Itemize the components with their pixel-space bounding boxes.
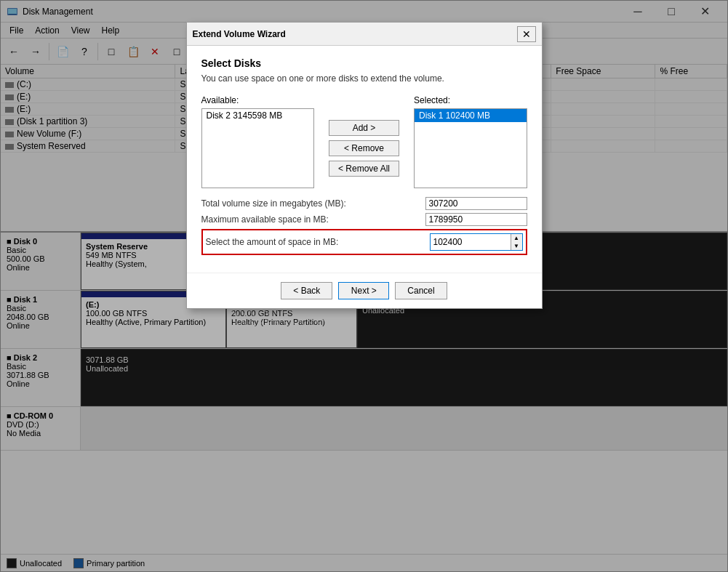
back-button[interactable]: < Back (281, 282, 332, 299)
total-label: Total volume size in megabytes (MB): (201, 198, 425, 209)
spin-up-button[interactable]: ▲ (511, 234, 522, 242)
disk-selector: Available: Disk 2 3145598 MB Add > < Rem… (201, 95, 527, 188)
available-col: Available: Disk 2 3145598 MB (201, 95, 314, 188)
dialog-title: Extend Volume Wizard (193, 29, 517, 39)
remove-all-button[interactable]: < Remove All (329, 161, 399, 177)
max-label: Maximum available space in MB: (201, 214, 425, 225)
mid-buttons: Add > < Remove < Remove All (329, 95, 399, 188)
selected-col: Selected: Disk 1 102400 MB (414, 95, 527, 188)
dialog-heading: Select Disks (201, 57, 527, 69)
available-item-disk2[interactable]: Disk 2 3145598 MB (202, 109, 313, 122)
dialog-overlay: Extend Volume Wizard ✕ Select Disks You … (0, 0, 728, 572)
add-button[interactable]: Add > (329, 120, 399, 136)
space-label: Select the amount of space in MB: (206, 237, 430, 247)
dialog-subtext: You can use space on one or more disks t… (201, 73, 527, 84)
total-row: Total volume size in megabytes (MB): 307… (201, 197, 527, 210)
remove-button[interactable]: < Remove (329, 140, 399, 156)
selected-listbox[interactable]: Disk 1 102400 MB (414, 108, 527, 188)
next-button[interactable]: Next > (338, 282, 389, 299)
dialog-close-button[interactable]: ✕ (517, 26, 536, 42)
spin-buttons: ▲ ▼ (511, 234, 522, 250)
cancel-button[interactable]: Cancel (395, 282, 447, 299)
space-input[interactable] (431, 234, 511, 250)
available-listbox[interactable]: Disk 2 3145598 MB (201, 108, 314, 188)
max-row: Maximum available space in MB: 1789950 (201, 213, 527, 226)
max-value: 1789950 (425, 213, 527, 226)
dialog-footer: < Back Next > Cancel (187, 273, 542, 308)
selected-label: Selected: (414, 95, 527, 105)
total-value: 307200 (425, 197, 527, 210)
space-row: Select the amount of space in MB: ▲ ▼ (201, 229, 527, 255)
dialog-title-bar: Extend Volume Wizard ✕ (187, 23, 542, 46)
extend-volume-dialog: Extend Volume Wizard ✕ Select Disks You … (186, 22, 543, 309)
selected-item-disk1[interactable]: Disk 1 102400 MB (415, 109, 526, 122)
space-input-wrap: ▲ ▼ (430, 233, 523, 251)
available-label: Available: (201, 95, 314, 105)
dialog-body: Select Disks You can use space on one or… (187, 46, 542, 273)
spin-down-button[interactable]: ▼ (511, 242, 522, 250)
